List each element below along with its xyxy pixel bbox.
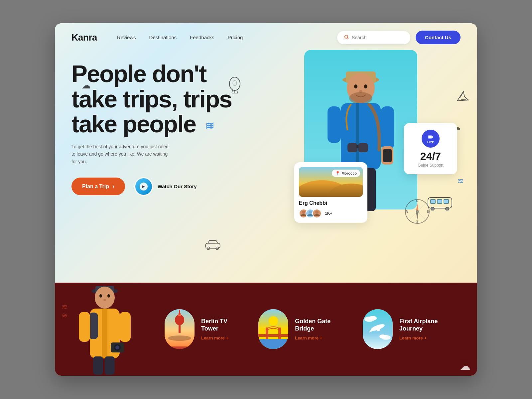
nav-feedbacks[interactable]: Feedbacks [190,35,214,40]
arrow-icon: › [112,183,114,190]
svg-point-70 [168,335,191,341]
golden-gate-thumbnail [258,309,288,349]
svg-rect-62 [119,312,131,342]
svg-rect-57 [89,313,98,339]
avatar-3 [312,209,322,218]
hero-headline: People don't take trips, trips take peop… [71,62,258,137]
search-icon [344,34,349,41]
svg-rect-63 [93,356,103,375]
watch-story-button[interactable]: ▶ Watch Our Story [134,177,197,196]
svg-point-53 [107,294,110,298]
people-count: 1K+ [299,209,363,218]
svg-rect-56 [102,309,107,358]
car-icon [204,238,221,253]
bottom-section: ≋≋ [55,283,477,376]
svg-text:W: W [405,210,408,213]
airplane-thumbnail [363,309,393,349]
golden-gate-title: Golden Gate Bridge [295,318,346,332]
nav-pricing[interactable]: Pricing [227,35,243,40]
svg-point-85 [379,334,386,338]
destination-airplane: First Airplane Journey Learn more + [363,309,457,349]
svg-rect-44 [431,200,435,203]
nav-destinations[interactable]: Destinations [149,35,177,40]
svg-point-0 [344,35,347,38]
berlin-title: Berlin TV Tower [201,318,242,332]
hero-actions: Plan a Trip › ▶ Watch Our Story [71,177,461,196]
svg-point-48 [446,207,449,210]
svg-point-34 [315,210,319,214]
hero-section: Kanra Reviews Destinations Feedbacks Pri… [55,23,477,283]
svg-rect-61 [79,312,90,342]
svg-rect-69 [179,310,180,315]
svg-point-60 [115,345,119,349]
avatar-stack [299,209,322,218]
berlin-learn-more[interactable]: Learn more + [201,335,242,340]
bottom-traveler [71,276,138,376]
hero-subtext: To get the best of your adventure you ju… [71,143,171,165]
airplane-journey-title: First Airplane Journey [399,318,457,332]
bus-icon [427,196,454,213]
svg-rect-76 [258,339,288,349]
search-bar [337,31,410,44]
nav-menu: Reviews Destinations Feedbacks Pricing [117,35,337,41]
wave-decoration: ≋ [205,120,213,132]
golden-gate-info: Golden Gate Bridge Learn more + [295,318,346,340]
svg-rect-45 [437,200,442,203]
svg-point-47 [431,207,434,210]
people-count-label: 1K+ [325,211,332,216]
airplane-journey-info: First Airplane Journey Learn more + [399,318,457,340]
berlin-thumbnail [165,309,195,349]
golden-gate-learn-more[interactable]: Learn more + [295,335,346,340]
airplane-journey-learn-more[interactable]: Learn more + [399,335,457,340]
svg-line-1 [347,38,348,39]
svg-rect-75 [258,334,288,337]
svg-point-54 [103,299,106,301]
search-input[interactable] [352,35,404,40]
destinations-list: Berlin TV Tower Learn more + [165,309,457,349]
berlin-info: Berlin TV Tower Learn more + [201,318,242,340]
cloud-bottom-right-icon: ☁ [460,360,470,372]
svg-rect-64 [105,356,115,375]
svg-point-33 [309,210,312,214]
svg-rect-46 [444,200,449,203]
watch-story-label: Watch Our Story [158,184,197,189]
red-waves-icon: ≋≋ [62,303,67,320]
nav-reviews[interactable]: Reviews [117,35,136,40]
svg-text:N: N [416,199,418,203]
play-icon: ▶ [140,183,148,191]
brand-logo: Kanra [71,32,97,43]
svg-rect-8 [205,243,220,248]
compass-icon: N S W E [404,198,431,226]
hero-content: People don't take trips, trips take peop… [55,52,477,196]
destination-golden-gate: Golden Gate Bridge Learn more + [258,309,346,349]
svg-text:S: S [416,220,419,223]
destination-berlin: Berlin TV Tower Learn more + [165,309,242,349]
play-thumbnail: ▶ [134,177,153,196]
svg-point-72 [269,316,278,326]
contact-button[interactable]: Contact Us [416,31,461,44]
place-name: Erg Chebbi [299,200,363,206]
navbar: Kanra Reviews Destinations Feedbacks Pri… [55,23,477,52]
svg-point-32 [302,210,305,214]
svg-point-83 [369,316,377,321]
svg-point-52 [99,294,102,298]
plan-trip-button[interactable]: Plan a Trip › [71,178,125,195]
svg-point-51 [95,287,115,309]
